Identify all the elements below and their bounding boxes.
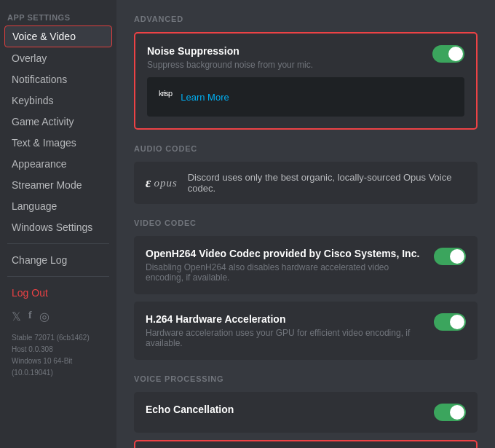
audio-codec-header: AUDIO CODEC — [134, 144, 478, 153]
opus-logo-text: opus — [154, 177, 177, 189]
sidebar-item-notifications[interactable]: Notifications — [4, 69, 112, 90]
version-info: Stable 72071 (6cb1462) Host 0.0.308 Wind… — [0, 329, 116, 382]
openh264-info: OpenH264 Video Codec provided by Cisco S… — [146, 248, 422, 283]
echo-cancellation-info: Echo Cancellation — [146, 404, 234, 418]
echo-cancellation-card: Echo Cancellation — [134, 392, 478, 433]
noise-suppression-title: Noise Suppression — [147, 45, 313, 57]
toggle-knob-echo — [450, 405, 464, 420]
h264-accel-title: H.264 Hardware Acceleration — [146, 313, 422, 325]
instagram-icon[interactable]: ◎ — [39, 310, 50, 323]
noise-suppression-card: Noise Suppression Suppress background no… — [134, 32, 478, 130]
openh264-desc: Disabling OpenH264 also disables hardwar… — [146, 262, 422, 283]
video-codec-header: VIDEO CODEC — [134, 219, 478, 227]
toggle-knob — [448, 47, 463, 61]
openh264-card: OpenH264 Video Codec provided by Cisco S… — [134, 236, 478, 294]
openh264-row: OpenH264 Video Codec provided by Cisco S… — [146, 248, 466, 283]
krisp-learn-more-link[interactable]: Learn More — [181, 92, 229, 103]
sidebar: App Settings Voice & Video Overlay Notif… — [0, 0, 116, 448]
opus-icon: ε — [146, 176, 151, 191]
facebook-icon[interactable]: f — [28, 310, 32, 323]
sidebar-item-overlay[interactable]: Overlay — [4, 48, 112, 68]
voice-processing-header: VOICE PROCESSING — [134, 374, 478, 383]
opus-banner: ε opus Discord uses only the best organi… — [134, 162, 478, 204]
main-content: ADVANCED Noise Suppression Suppress back… — [116, 0, 495, 448]
echo-cancellation-row: Echo Cancellation — [146, 404, 466, 421]
sidebar-divider-2 — [7, 276, 109, 277]
noise-suppression-desc: Suppress background noise from your mic. — [147, 60, 313, 70]
sidebar-section-label: App Settings — [0, 7, 116, 25]
sidebar-item-voice-video[interactable]: Voice & Video — [4, 25, 112, 47]
openh264-title: OpenH264 Video Codec provided by Cisco S… — [146, 248, 422, 259]
sidebar-item-text-images[interactable]: Text & Images — [4, 133, 112, 153]
echo-cancellation-title: Echo Cancellation — [146, 404, 234, 415]
toggle-knob-openh264 — [450, 249, 464, 264]
h264-accel-row: H.264 Hardware Acceleration Hardware acc… — [146, 313, 466, 348]
sidebar-item-appearance[interactable]: Appearance — [4, 154, 112, 174]
noise-suppression-info: Noise Suppression Suppress background no… — [147, 45, 313, 70]
openh264-toggle[interactable] — [434, 248, 466, 265]
sidebar-divider-1 — [7, 243, 109, 244]
noise-suppression-row: Noise Suppression Suppress background no… — [147, 45, 464, 70]
noise-reduction-card: Noise Reduction Noise reduction is disab… — [134, 440, 478, 448]
sidebar-item-game-activity[interactable]: Game Activity — [4, 111, 112, 132]
h264-accel-card: H.264 Hardware Acceleration Hardware acc… — [134, 302, 478, 360]
krisp-banner: krisp Learn More — [147, 77, 464, 117]
sidebar-item-changelog[interactable]: Change Log — [4, 250, 112, 270]
noise-suppression-toggle[interactable] — [432, 45, 464, 63]
sidebar-item-keybinds[interactable]: Keybinds — [4, 90, 112, 111]
sidebar-item-streamer-mode[interactable]: Streamer Mode — [4, 175, 112, 195]
opus-logo-wrap: ε opus — [146, 176, 178, 191]
toggle-knob-h264 — [450, 315, 464, 329]
h264-accel-info: H.264 Hardware Acceleration Hardware acc… — [146, 313, 422, 348]
h264-accel-desc: Hardware acceleration uses your GPU for … — [146, 328, 422, 348]
sidebar-item-language[interactable]: Language — [4, 196, 112, 216]
echo-cancellation-toggle[interactable] — [434, 404, 466, 421]
krisp-logo: krisp — [159, 87, 172, 106]
advanced-section-header: ADVANCED — [134, 15, 478, 23]
twitter-icon[interactable]: 𝕏 — [12, 310, 21, 323]
h264-accel-toggle[interactable] — [434, 313, 466, 331]
sidebar-item-windows-settings[interactable]: Windows Settings — [4, 217, 112, 237]
logout-button[interactable]: Log Out — [4, 283, 112, 303]
sidebar-social: 𝕏 f ◎ — [0, 304, 116, 329]
opus-description: Discord uses only the best organic, loca… — [188, 172, 466, 194]
